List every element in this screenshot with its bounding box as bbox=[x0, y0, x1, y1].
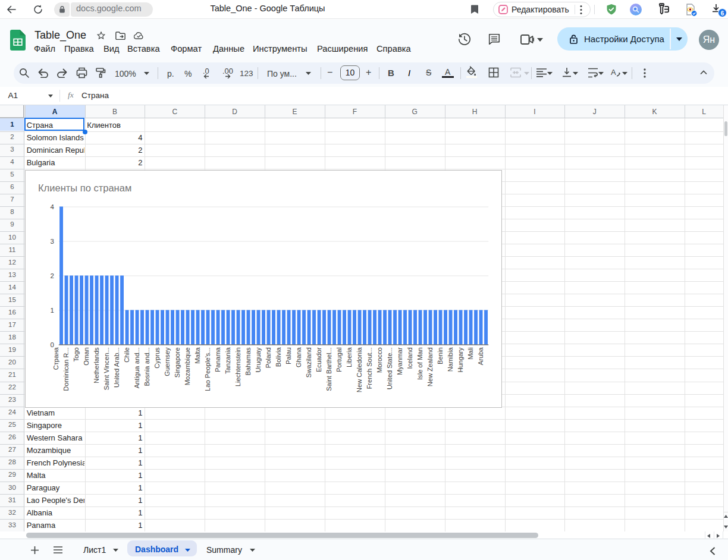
svg-text:Ecuador: Ecuador bbox=[315, 347, 322, 372]
svg-text:Singapore: Singapore bbox=[174, 347, 181, 377]
svg-text:Poland: Poland bbox=[265, 347, 272, 368]
svg-text:Swaziland: Swaziland bbox=[305, 347, 312, 377]
svg-text:3: 3 bbox=[50, 238, 54, 245]
svg-text:Togo: Togo bbox=[73, 347, 80, 361]
svg-text:New Caledonia: New Caledonia bbox=[356, 347, 363, 393]
svg-text:Panama: Panama bbox=[214, 347, 221, 372]
svg-text:Netherlands: Netherlands bbox=[93, 347, 100, 383]
svg-text:Antigua and...: Antigua and... bbox=[133, 347, 140, 388]
svg-text:Liechtenstein: Liechtenstein bbox=[234, 347, 241, 386]
svg-text:Chile: Chile bbox=[123, 347, 130, 363]
svg-text:1: 1 bbox=[50, 307, 54, 314]
svg-text:4: 4 bbox=[50, 203, 54, 210]
svg-text:United Arab...: United Arab... bbox=[113, 347, 120, 388]
svg-text:Tanzania: Tanzania bbox=[224, 347, 231, 375]
svg-text:Bosnia and...: Bosnia and... bbox=[143, 347, 150, 386]
svg-text:Mozambique: Mozambique bbox=[184, 347, 191, 385]
svg-text:2: 2 bbox=[50, 272, 54, 279]
svg-text:Cyprus: Cyprus bbox=[153, 347, 161, 369]
svg-text:0: 0 bbox=[50, 341, 54, 348]
svg-text:French Sout...: French Sout... bbox=[366, 347, 373, 389]
svg-text:Dominican R...: Dominican R... bbox=[62, 347, 70, 391]
svg-text:Oman: Oman bbox=[83, 347, 90, 365]
svg-text:Saint Barthel...: Saint Barthel... bbox=[325, 347, 332, 391]
svg-text:Isle of Man: Isle of Man bbox=[416, 347, 423, 380]
svg-text:New Zealand: New Zealand bbox=[426, 347, 434, 386]
svg-text:Liberia: Liberia bbox=[346, 347, 353, 367]
svg-text:Malta: Malta bbox=[194, 347, 201, 364]
svg-text:Bolivia: Bolivia bbox=[275, 347, 282, 367]
svg-text:Morocco: Morocco bbox=[376, 347, 383, 373]
svg-text:Aruba: Aruba bbox=[477, 347, 484, 366]
svg-text:Bahamas: Bahamas bbox=[244, 347, 252, 376]
svg-text:Namibia: Namibia bbox=[447, 347, 454, 372]
svg-text:Iceland: Iceland bbox=[406, 347, 413, 369]
svg-text:Страна: Страна bbox=[52, 347, 59, 370]
svg-text:Benin: Benin bbox=[437, 347, 444, 364]
svg-text:Portugal: Portugal bbox=[335, 347, 343, 372]
svg-text:Mali: Mali bbox=[467, 347, 474, 360]
svg-text:Palau: Palau bbox=[285, 347, 292, 364]
svg-text:Uruguay: Uruguay bbox=[255, 347, 262, 373]
svg-text:Saint Vincen...: Saint Vincen... bbox=[103, 347, 110, 390]
svg-text:A: A bbox=[611, 68, 616, 77]
svg-text:Hungary: Hungary bbox=[457, 347, 464, 373]
svg-text:Клиенты по странам: Клиенты по странам bbox=[38, 183, 131, 193]
svg-text:Guernsey: Guernsey bbox=[164, 347, 171, 376]
svg-text:Myanmar: Myanmar bbox=[396, 347, 403, 375]
svg-text:Lao People's...: Lao People's... bbox=[204, 347, 211, 391]
svg-text:United State...: United State... bbox=[386, 347, 393, 389]
svg-text:Ghana: Ghana bbox=[295, 347, 302, 367]
